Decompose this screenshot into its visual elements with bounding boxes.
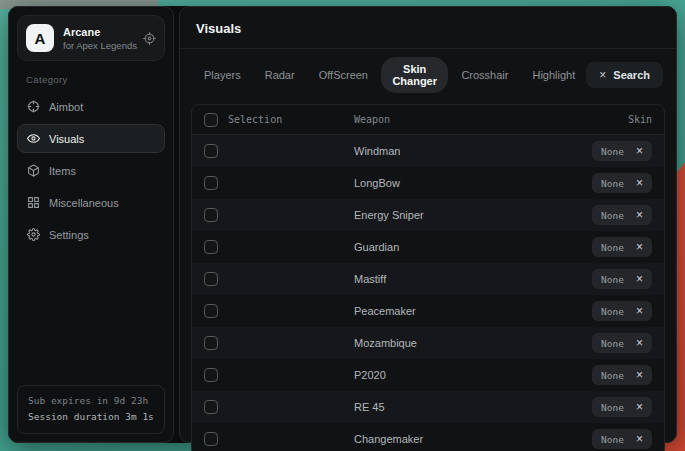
column-weapon: Weapon <box>354 114 628 125</box>
tabs-row: PlayersRadarOffScreenSkin ChangerCrossha… <box>180 49 676 102</box>
gear-icon <box>27 228 40 241</box>
tabs: PlayersRadarOffScreenSkin ChangerCrossha… <box>193 57 586 93</box>
table-row: MastiffNone× <box>192 263 664 295</box>
clear-skin-icon[interactable]: × <box>636 209 643 221</box>
weapon-name: Peacemaker <box>354 305 592 317</box>
skin-select[interactable]: None× <box>592 269 652 289</box>
weapon-name: Changemaker <box>354 433 592 445</box>
table-row: P2020None× <box>192 359 664 391</box>
skin-value: None <box>601 274 624 285</box>
tab-crosshair[interactable]: Crosshair <box>450 63 519 87</box>
tab-players[interactable]: Players <box>193 63 252 87</box>
table-row: ChangemakerNone× <box>192 423 664 451</box>
row-checkbox[interactable] <box>204 368 218 382</box>
skin-select[interactable]: None× <box>592 397 652 417</box>
select-all-checkbox[interactable] <box>204 113 218 127</box>
app-name: Arcane <box>63 26 134 38</box>
skin-select[interactable]: None× <box>592 301 652 321</box>
skin-value: None <box>601 210 624 221</box>
clear-skin-icon[interactable]: × <box>636 305 643 317</box>
column-selection: Selection <box>228 114 282 125</box>
crosshair-icon <box>27 100 40 113</box>
skin-value: None <box>601 338 624 349</box>
table-row: Energy SniperNone× <box>192 199 664 231</box>
search-button[interactable]: × Search <box>586 62 663 88</box>
tab-highlight[interactable]: Highlight <box>521 63 586 87</box>
weapon-name: Mozambique <box>354 337 592 349</box>
app-header-card: A Arcane for Apex Legends <box>17 15 165 61</box>
sidebar-item-visuals[interactable]: Visuals <box>17 124 165 153</box>
skin-value: None <box>601 370 624 381</box>
app-window: A Arcane for Apex Legends Category Aimbo… <box>8 6 677 443</box>
skin-select[interactable]: None× <box>592 429 652 449</box>
search-button-label: Search <box>613 69 650 81</box>
sub-expires-text: Sub expires in 9d 23h <box>28 393 154 410</box>
skin-select[interactable]: None× <box>592 141 652 161</box>
sidebar-item-label: Miscellaneous <box>49 197 119 209</box>
app-subtitle: for Apex Legends <box>63 40 134 51</box>
skin-select[interactable]: None× <box>592 333 652 353</box>
table-header: Selection Weapon Skin <box>192 105 664 135</box>
skin-value: None <box>601 242 624 253</box>
sidebar-item-label: Items <box>49 165 76 177</box>
table-row: RE 45None× <box>192 391 664 423</box>
skin-value: None <box>601 434 624 445</box>
clear-skin-icon[interactable]: × <box>636 401 643 413</box>
table-body: WindmanNone×LongBowNone×Energy SniperNon… <box>192 135 664 451</box>
row-checkbox[interactable] <box>204 400 218 414</box>
table-row: GuardianNone× <box>192 231 664 263</box>
layout-grid-icon <box>27 196 40 209</box>
subscription-status: Sub expires in 9d 23h Session duration 3… <box>17 385 165 434</box>
table-row: MozambiqueNone× <box>192 327 664 359</box>
skin-value: None <box>601 146 624 157</box>
clear-skin-icon[interactable]: × <box>636 177 643 189</box>
sidebar-nav: AimbotVisualsItemsMiscellaneousSettings <box>9 92 173 249</box>
session-duration-text: Session duration 3m 1s <box>28 409 154 426</box>
clear-skin-icon[interactable]: × <box>636 273 643 285</box>
row-checkbox[interactable] <box>204 304 218 318</box>
tab-skin-changer[interactable]: Skin Changer <box>381 57 448 93</box>
sidebar: A Arcane for Apex Legends Category Aimbo… <box>8 6 174 443</box>
sidebar-item-label: Aimbot <box>49 101 83 113</box>
category-label: Category <box>26 74 173 85</box>
clear-skin-icon[interactable]: × <box>636 241 643 253</box>
weapon-name: LongBow <box>354 177 592 189</box>
skin-select[interactable]: None× <box>592 237 652 257</box>
x-icon: × <box>599 69 606 81</box>
row-checkbox[interactable] <box>204 432 218 446</box>
weapon-name: Energy Sniper <box>354 209 592 221</box>
tab-offscreen[interactable]: OffScreen <box>308 63 379 87</box>
row-checkbox[interactable] <box>204 336 218 350</box>
weapon-name: Mastiff <box>354 273 592 285</box>
skin-select[interactable]: None× <box>592 205 652 225</box>
skin-select[interactable]: None× <box>592 365 652 385</box>
sidebar-item-items[interactable]: Items <box>17 156 165 185</box>
skin-select[interactable]: None× <box>592 173 652 193</box>
target-icon[interactable] <box>143 32 156 45</box>
main-panel: Visuals PlayersRadarOffScreenSkin Change… <box>179 6 677 443</box>
row-checkbox[interactable] <box>204 176 218 190</box>
row-checkbox[interactable] <box>204 272 218 286</box>
clear-skin-icon[interactable]: × <box>636 369 643 381</box>
main-header: Visuals <box>180 7 676 49</box>
row-checkbox[interactable] <box>204 208 218 222</box>
tab-radar[interactable]: Radar <box>254 63 306 87</box>
sidebar-item-label: Visuals <box>49 133 84 145</box>
row-checkbox[interactable] <box>204 144 218 158</box>
clear-skin-icon[interactable]: × <box>636 433 643 445</box>
sidebar-item-aimbot[interactable]: Aimbot <box>17 92 165 121</box>
row-checkbox[interactable] <box>204 240 218 254</box>
skin-value: None <box>601 402 624 413</box>
sidebar-item-settings[interactable]: Settings <box>17 220 165 249</box>
column-skin: Skin <box>628 114 652 125</box>
clear-skin-icon[interactable]: × <box>636 337 643 349</box>
weapon-name: RE 45 <box>354 401 592 413</box>
app-logo: A <box>26 24 54 52</box>
table-row: PeacemakerNone× <box>192 295 664 327</box>
weapon-name: Guardian <box>354 241 592 253</box>
table-row: LongBowNone× <box>192 167 664 199</box>
sidebar-item-miscellaneous[interactable]: Miscellaneous <box>17 188 165 217</box>
clear-skin-icon[interactable]: × <box>636 145 643 157</box>
sidebar-item-label: Settings <box>49 229 89 241</box>
eye-icon <box>27 132 40 145</box>
